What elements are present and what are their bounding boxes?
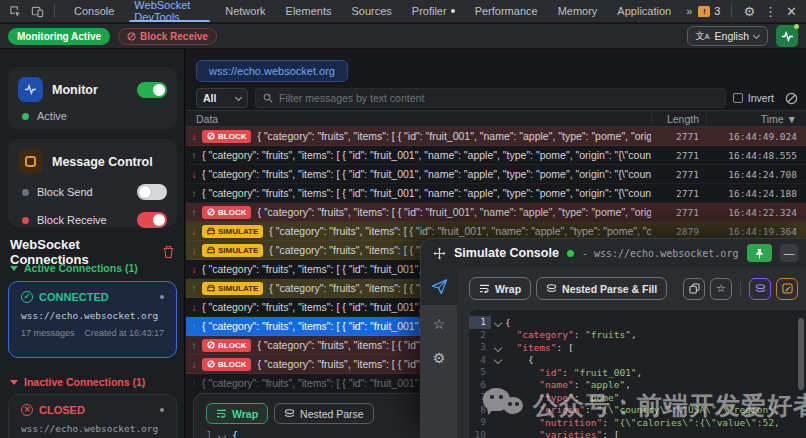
column-time[interactable]: Time ▼ <box>706 113 806 125</box>
editor-line[interactable]: 8 "origin": "{\"country\":\"USA\",\"regi… <box>469 404 806 417</box>
tab-label: Sources <box>351 5 391 17</box>
column-length[interactable]: Length <box>651 113 706 125</box>
inactive-connections-group[interactable]: Inactive Connections (1) <box>10 376 145 388</box>
message-row[interactable]: ↑BLOCK{ "category": "fruits", "items": [… <box>186 203 806 222</box>
editor-line[interactable]: 5 "id": "fruit_001", <box>469 366 806 379</box>
minimize-button[interactable]: — <box>780 244 798 262</box>
notification-dot <box>794 24 799 29</box>
connection-url: wss://echo.websocket.org <box>21 310 164 321</box>
tab-sources[interactable]: Sources <box>342 0 400 22</box>
sent-arrow-icon: ↑ <box>186 150 202 161</box>
device-toolbar-icon[interactable] <box>30 4 44 18</box>
editor-line[interactable]: 2 "category": "fruits", <box>469 329 806 342</box>
tab-network[interactable]: Network <box>216 0 274 22</box>
editor-line[interactable]: 7 "type": "pome", <box>469 391 806 404</box>
close-icon[interactable]: ✕ <box>786 5 797 18</box>
message-row[interactable]: ↑{ "category": "fruits", "items": [ { "i… <box>186 184 806 203</box>
toolbar-divider <box>740 282 741 296</box>
message-length: 2771 <box>651 207 706 218</box>
status-toolbar: Monitoring Active Block Receive 文A Engli… <box>0 24 806 49</box>
message-row[interactable]: ↓BLOCK{ "category": "fruits", "items": [… <box>186 127 806 146</box>
block-receive-toggle[interactable] <box>137 212 167 228</box>
copy-icon[interactable] <box>683 278 705 300</box>
editor-line[interactable]: 1{ <box>469 316 806 329</box>
editor-line[interactable]: 9 "nutrition": "{\"calories\":{\"value\"… <box>469 416 806 429</box>
editor-line[interactable]: 10 "varieties": [ <box>469 429 806 438</box>
console-settings-tab[interactable]: ⚙ <box>421 343 457 373</box>
wrap-toggle-button[interactable]: Wrap <box>206 403 268 424</box>
console-title: Simulate Console <box>454 246 559 260</box>
editor-line[interactable]: 6 "name": "apple", <box>469 379 806 392</box>
console-wrap-button[interactable]: Wrap <box>469 277 531 300</box>
favorite-star-icon[interactable]: ☆ <box>710 278 732 300</box>
message-time: 16:44:48.555 <box>706 150 806 161</box>
fold-chevron-icon[interactable] <box>491 342 505 353</box>
inspect-element-icon[interactable] <box>8 4 22 18</box>
fold-chevron-icon[interactable] <box>491 317 505 328</box>
nested-mode-icon[interactable] <box>749 278 771 300</box>
issues-counter[interactable]: ! 3 <box>698 5 720 17</box>
console-header[interactable]: Simulate Console - wss://echo.websocket.… <box>421 239 806 267</box>
tab-console[interactable]: Console <box>65 0 123 22</box>
message-time: 16:44:19.364 <box>706 226 806 237</box>
clear-messages-icon[interactable] <box>785 92 798 105</box>
edit-icon[interactable] <box>776 278 798 300</box>
editor-line[interactable]: 4 { <box>469 354 806 367</box>
tab-profiler[interactable]: Profiler <box>403 0 464 22</box>
editor-scrollbar[interactable] <box>798 318 804 390</box>
console-nested-parse-button[interactable]: Nested Parse & Fill <box>536 277 667 300</box>
message-preview: { "category": "fruits", "items": [ { "id… <box>257 130 651 142</box>
line-number: 1 <box>206 430 212 438</box>
more-tabs-chevron[interactable]: » <box>680 5 698 17</box>
fold-chevron-icon[interactable] <box>491 354 505 365</box>
message-time: 16:44:24.188 <box>706 188 806 199</box>
block-send-toggle[interactable] <box>137 184 167 200</box>
received-arrow-icon: ↓ <box>186 169 202 180</box>
tab-performance[interactable]: Performance <box>466 0 547 22</box>
block-send-label: Block Send <box>37 186 129 198</box>
extension-activity-button[interactable] <box>776 25 798 47</box>
message-length: 2879 <box>651 226 706 237</box>
column-data[interactable]: Data <box>186 113 651 125</box>
devtools-tabs: ConsoleWebSocket DevToolsNetworkElements… <box>65 0 680 22</box>
pin-button[interactable] <box>747 244 772 262</box>
language-selector[interactable]: 文A English <box>687 26 768 46</box>
collapse-triangle-icon <box>10 266 18 271</box>
tab-application[interactable]: Application <box>608 0 680 22</box>
monitor-toggle[interactable] <box>137 82 167 98</box>
nested-parse-button[interactable]: Nested Parse <box>274 403 374 424</box>
json-editor[interactable]: 1{2 "category": "fruits",3 "items": [4 {… <box>469 310 806 438</box>
message-preview: { "category": "fruits", "items": [ { "id… <box>269 225 651 237</box>
favorites-tab[interactable]: ☆ <box>421 309 457 339</box>
message-preview: { "category": "fruits", "items": [ { "id… <box>202 168 651 180</box>
invert-checkbox[interactable] <box>733 93 743 103</box>
tab-websocket-devtools[interactable]: WebSocket DevTools <box>125 0 214 22</box>
code-text: "category": "fruits", <box>505 329 637 340</box>
connected-connection-card[interactable]: ✓ CONNECTED wss://echo.websocket.org 17 … <box>8 281 177 358</box>
closed-connection-card[interactable]: ✕ CLOSED wss://echo.websocket.org <box>8 394 177 438</box>
fold-chevron-icon[interactable] <box>218 431 226 438</box>
message-row[interactable]: ↓{ "category": "fruits", "items": [ { "i… <box>186 165 806 184</box>
connection-menu-dot[interactable] <box>160 295 164 299</box>
line-number: 1 <box>469 316 491 329</box>
connection-tab[interactable]: wss://echo.websocket.org <box>196 60 348 82</box>
message-type-select[interactable]: All <box>196 88 248 108</box>
code-text: "id": "fruit_001", <box>505 367 642 378</box>
check-circle-icon: ✓ <box>21 291 33 303</box>
tab-memory[interactable]: Memory <box>549 0 607 22</box>
editor-line[interactable]: 3 "items": [ <box>469 341 806 354</box>
trash-icon[interactable] <box>162 245 175 259</box>
send-tab[interactable] <box>421 267 457 305</box>
settings-gear-icon[interactable]: ⚙ <box>743 5 755 18</box>
connection-menu-dot[interactable] <box>160 408 164 412</box>
invert-filter[interactable]: Invert <box>733 92 774 104</box>
tab-label: Console <box>74 5 114 17</box>
active-connections-group[interactable]: Active Connections (1) <box>10 262 138 274</box>
filter-input[interactable]: Filter messages by text content <box>255 88 726 108</box>
tab-elements[interactable]: Elements <box>277 0 341 22</box>
drag-move-icon[interactable] <box>433 247 446 260</box>
chevron-down-icon <box>753 31 760 38</box>
simulate-badge: SIMULATE <box>202 244 263 257</box>
kebab-menu-icon[interactable]: ⋮ <box>764 5 777 18</box>
message-row[interactable]: ↑{ "category": "fruits", "items": [ { "i… <box>186 146 806 165</box>
